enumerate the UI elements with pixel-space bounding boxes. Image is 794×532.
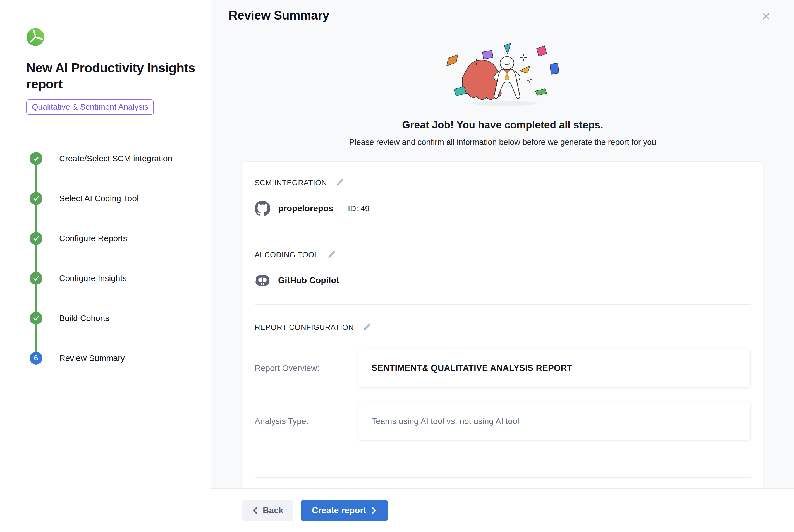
congrats-heading: Great Job! You have completed all steps. bbox=[242, 119, 763, 131]
report-type-badge: Qualitative & Sentiment Analysis bbox=[26, 99, 154, 115]
edit-scm-pencil-icon[interactable] bbox=[335, 178, 345, 188]
congrats-block: Great Job! You have completed all steps.… bbox=[242, 22, 763, 147]
wizard-sidebar: New AI Productivity Insights report Qual… bbox=[0, 0, 211, 532]
analysis-type-label: Analysis Type: bbox=[254, 416, 358, 426]
report-overview-row: Report Overview: SENTIMENT& QUALITATIVE … bbox=[254, 349, 751, 388]
step-configure-reports[interactable]: Configure Reports bbox=[26, 218, 200, 258]
chevron-right-icon bbox=[371, 506, 377, 515]
page-title: Review Summary bbox=[229, 8, 777, 22]
report-config-section-label: REPORT CONFIGURATION bbox=[254, 323, 354, 332]
ai-coding-tool-name: GitHub Copilot bbox=[278, 276, 339, 286]
review-content-scroll[interactable]: Review Summary bbox=[211, 0, 794, 489]
ai-tool-section-label: AI CODING TOOL bbox=[254, 251, 319, 259]
step-label: Select AI Coding Tool bbox=[59, 194, 139, 203]
step-label: Build Cohorts bbox=[59, 314, 110, 323]
wizard-footer: Back Create report bbox=[211, 489, 794, 532]
step-configure-insights[interactable]: Configure Insights bbox=[26, 258, 200, 298]
back-button[interactable]: Back bbox=[242, 500, 294, 521]
summary-card: SCM INTEGRATION propelorepos ID: 49 AI C… bbox=[242, 162, 763, 489]
report-overview-value: SENTIMENT& QUALITATIVE ANALYSIS REPORT bbox=[358, 349, 751, 388]
panel-header: Review Summary bbox=[229, 0, 777, 22]
step-complete-check-icon bbox=[30, 152, 42, 165]
scm-integration-name: propelorepos bbox=[278, 204, 333, 213]
step-complete-check-icon bbox=[30, 232, 42, 245]
step-create-select-scm-integration[interactable]: Create/Select SCM integration bbox=[26, 138, 200, 178]
step-complete-check-icon bbox=[30, 192, 42, 205]
analysis-type-value: Teams using AI tool vs. not using AI too… bbox=[358, 402, 751, 441]
step-label: Create/Select SCM integration bbox=[59, 154, 172, 163]
congrats-subheading: Please review and confirm all informatio… bbox=[242, 138, 763, 147]
step-current-number-badge: 6 bbox=[30, 352, 42, 364]
propelo-logo-icon bbox=[26, 28, 45, 46]
section-divider bbox=[254, 304, 751, 305]
section-divider bbox=[254, 477, 751, 478]
scm-section-label: SCM INTEGRATION bbox=[254, 179, 327, 187]
report-wizard-title: New AI Productivity Insights report bbox=[26, 60, 200, 92]
step-complete-check-icon bbox=[30, 312, 42, 325]
step-label: Configure Reports bbox=[59, 234, 127, 243]
close-icon[interactable] bbox=[760, 10, 772, 22]
step-complete-check-icon bbox=[30, 272, 42, 285]
wizard-steps: Create/Select SCM integration Select AI … bbox=[26, 138, 200, 378]
step-select-ai-coding-tool[interactable]: Select AI Coding Tool bbox=[26, 178, 200, 218]
step-review-summary[interactable]: 6 Review Summary bbox=[26, 338, 200, 378]
report-overview-label: Report Overview: bbox=[254, 363, 358, 373]
step-label: Review Summary bbox=[59, 353, 125, 363]
edit-ai-tool-pencil-icon[interactable] bbox=[326, 250, 336, 260]
create-report-button[interactable]: Create report bbox=[301, 500, 388, 521]
github-icon bbox=[254, 201, 270, 216]
review-summary-panel: Review Summary bbox=[211, 0, 794, 532]
step-label: Configure Insights bbox=[59, 273, 127, 283]
github-copilot-icon bbox=[254, 273, 270, 288]
edit-report-config-pencil-icon[interactable] bbox=[362, 322, 372, 332]
chevron-left-icon bbox=[252, 506, 258, 515]
analysis-type-row: Analysis Type: Teams using AI tool vs. n… bbox=[254, 402, 751, 441]
celebration-illustration bbox=[440, 42, 566, 110]
step-build-cohorts[interactable]: Build Cohorts bbox=[26, 298, 200, 338]
section-divider bbox=[254, 231, 751, 231]
scm-integration-id: ID: 49 bbox=[348, 204, 370, 213]
